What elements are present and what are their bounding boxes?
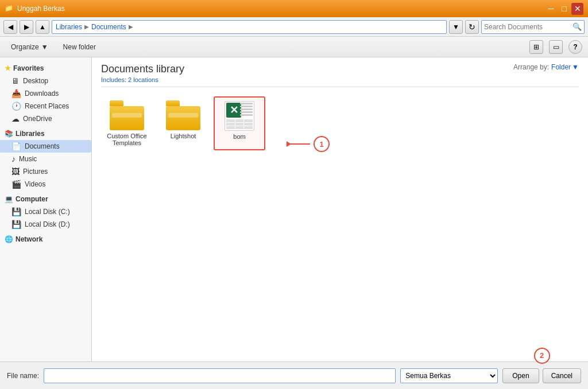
local-disk-c-icon: 💾 (11, 207, 21, 216)
open-button[interactable]: Open (502, 368, 539, 383)
main-layout: ★ Favorites 🖥 Desktop 📥 Downloads 🕐 Rece… (0, 57, 588, 361)
pictures-icon: 🖼 (11, 167, 20, 176)
documents-icon: 📄 (11, 142, 21, 151)
close-button[interactable]: ✕ (571, 3, 583, 15)
filetype-select[interactable]: Semua Berkas (400, 368, 498, 383)
organize-button[interactable]: Organize ▼ (6, 39, 53, 55)
sidebar-item-onedrive[interactable]: ☁ OneDrive (0, 112, 91, 125)
window-title: Unggah Berkas (17, 5, 65, 13)
arrange-by: Arrange by: Folder ▼ (513, 63, 579, 71)
path-separator-2: ▶ (129, 24, 133, 30)
libraries-icon: 📚 (5, 130, 13, 138)
view-toggle-button[interactable]: ⊞ (529, 40, 543, 54)
sidebar-item-local-disk-d[interactable]: 💾 Local Disk (D:) (0, 218, 91, 231)
forward-button[interactable]: ▶ (20, 20, 33, 34)
file-label-lightshot: Lightshot (171, 133, 196, 139)
maximize-button[interactable]: □ (558, 3, 570, 15)
network-icon: 🌐 (5, 235, 13, 243)
cancel-button[interactable]: Cancel (543, 368, 581, 383)
address-path[interactable]: Libraries ▶ Documents ▶ (52, 20, 447, 34)
folder-icon (110, 100, 144, 130)
file-label-custom-office-templates: Custom Office Templates (105, 133, 149, 146)
file-item-bom[interactable]: ✕ bom (214, 96, 265, 150)
title-bar: 📁 Unggah Berkas ─ □ ✕ (0, 0, 588, 17)
favorites-section: ★ Favorites 🖥 Desktop 📥 Downloads 🕐 Rece… (0, 62, 91, 125)
sidebar-item-pictures[interactable]: 🖼 Pictures (0, 165, 91, 178)
locations-link[interactable]: 2 locations (128, 76, 158, 83)
preview-pane-button[interactable]: ▭ (549, 40, 563, 54)
search-box[interactable]: 🔍 (481, 20, 585, 34)
computer-section: 💻 Computer 💾 Local Disk (C:) 💾 Local Dis… (0, 193, 91, 231)
arrange-chevron-icon: ▼ (572, 63, 579, 71)
content-header: Documents library Includes: 2 locations … (92, 57, 588, 87)
file-item-custom-office-templates[interactable]: Custom Office Templates (101, 96, 153, 150)
sidebar-item-documents[interactable]: 📄 Documents (0, 140, 91, 153)
sidebar: ★ Favorites 🖥 Desktop 📥 Downloads 🕐 Rece… (0, 57, 92, 361)
onedrive-icon: ☁ (11, 114, 20, 123)
toolbar: Organize ▼ New folder ⊞ ▭ ? (0, 37, 588, 57)
search-icon: 🔍 (572, 22, 582, 31)
excel-file-icon: ✕ (225, 101, 254, 131)
videos-icon: 🎬 (11, 180, 21, 189)
filename-input[interactable] (44, 368, 396, 383)
folder-icon-lightshot (166, 100, 200, 130)
computer-header[interactable]: 💻 Computer (0, 193, 91, 205)
address-dropdown-button[interactable]: ▼ (449, 20, 463, 34)
annotation-circle-2: 2 (534, 348, 550, 364)
downloads-icon: 📥 (11, 89, 21, 98)
excel-x-badge: ✕ (226, 103, 241, 118)
organize-chevron-icon: ▼ (41, 43, 48, 51)
favorites-star-icon: ★ (5, 64, 11, 72)
refresh-button[interactable]: ↻ (465, 20, 479, 34)
content-area: Documents library Includes: 2 locations … (92, 57, 588, 361)
path-documents[interactable]: Documents (91, 23, 126, 31)
sidebar-item-downloads[interactable]: 📥 Downloads (0, 87, 91, 100)
sidebar-item-recent-places[interactable]: 🕐 Recent Places (0, 100, 91, 112)
arrange-dropdown-button[interactable]: Folder ▼ (551, 63, 579, 71)
up-button[interactable]: ▲ (36, 20, 49, 34)
window-icon: 📁 (5, 4, 14, 13)
favorites-header[interactable]: ★ Favorites (0, 62, 91, 75)
bottom-bar: File name: Semua Berkas 2 Open Cancel (0, 361, 588, 389)
file-label-bom: bom (233, 133, 245, 140)
network-section: 🌐 Network (0, 233, 91, 246)
help-button[interactable]: ? (568, 40, 582, 54)
search-input[interactable] (484, 23, 572, 31)
sidebar-item-music[interactable]: ♪ Music (0, 153, 91, 165)
address-bar: ◀ ▶ ▲ Libraries ▶ Documents ▶ ▼ ↻ 🔍 (0, 17, 588, 37)
back-button[interactable]: ◀ (3, 20, 17, 34)
file-item-lightshot[interactable]: Lightshot (157, 96, 209, 150)
local-disk-d-icon: 💾 (11, 220, 21, 229)
sidebar-item-desktop[interactable]: 🖥 Desktop (0, 75, 91, 87)
library-subtitle: Includes: 2 locations (101, 76, 184, 83)
libraries-header[interactable]: 📚 Libraries (0, 127, 91, 140)
music-icon: ♪ (11, 154, 16, 164)
libraries-section: 📚 Libraries 📄 Documents ♪ Music 🖼 Pictur… (0, 127, 91, 190)
desktop-icon: 🖥 (11, 76, 20, 85)
sidebar-item-local-disk-c[interactable]: 💾 Local Disk (C:) (0, 205, 91, 218)
path-libraries[interactable]: Libraries (56, 23, 82, 31)
recent-places-icon: 🕐 (11, 102, 21, 111)
filename-label: File name: (7, 372, 39, 380)
new-folder-button[interactable]: New folder (58, 39, 101, 55)
path-separator-1: ▶ (84, 24, 89, 30)
content-files: Custom Office Templates Lightshot ✕ (92, 87, 588, 160)
library-title: Documents library (101, 63, 184, 75)
sidebar-item-videos[interactable]: 🎬 Videos (0, 178, 91, 190)
computer-icon: 💻 (5, 195, 13, 203)
minimize-button[interactable]: ─ (545, 3, 557, 15)
network-header[interactable]: 🌐 Network (0, 233, 91, 246)
